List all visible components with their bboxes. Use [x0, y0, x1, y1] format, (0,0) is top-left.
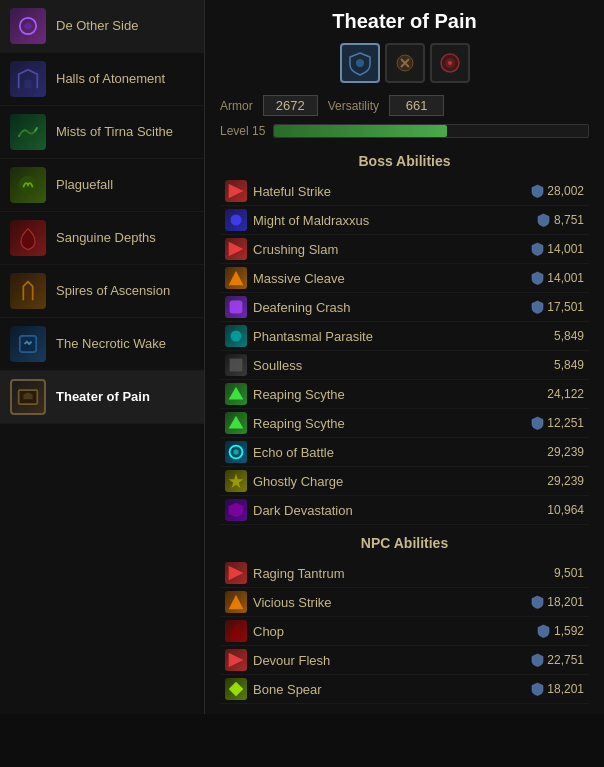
ability-row: Deafening Crash17,501: [220, 293, 589, 322]
armor-value: 2672: [263, 95, 318, 116]
ability-icon: [225, 649, 247, 671]
ability-icon: [225, 470, 247, 492]
ability-row: Reaping Scythe24,122: [220, 380, 589, 409]
ability-name: Massive Cleave: [253, 271, 524, 286]
shield-icon: [530, 184, 544, 198]
level-row: Level 15: [220, 124, 589, 138]
ability-name: Dark Devastation: [253, 503, 541, 518]
sidebar-item-sanguine[interactable]: Sanguine Depths: [0, 212, 204, 265]
boss-abilities-list: Hateful Strike28,002Might of Maldraxxus8…: [220, 177, 589, 525]
sidebar-icon-de-other-side: [10, 8, 46, 44]
ability-damage: 5,849: [554, 358, 584, 372]
armor-label: Armor: [220, 99, 253, 113]
ability-row: Phantasmal Parasite5,849: [220, 322, 589, 351]
ability-name: Deafening Crash: [253, 300, 524, 315]
shield-icon: [530, 300, 544, 314]
ability-icon: [225, 267, 247, 289]
svg-rect-17: [230, 359, 243, 372]
ability-icon: [225, 383, 247, 405]
ability-row: Bone Spear18,201: [220, 675, 589, 704]
ability-name: Phantasmal Parasite: [253, 329, 548, 344]
sidebar-label-de-other-side: De Other Side: [56, 18, 138, 35]
ability-damage-value: 12,251: [547, 416, 584, 430]
sidebar-label-plaguefall: Plaguefall: [56, 177, 113, 194]
sidebar-icon-halls: [10, 61, 46, 97]
ability-damage: 24,122: [547, 387, 584, 401]
ability-name: Reaping Scythe: [253, 387, 541, 402]
ability-name: Might of Maldraxxus: [253, 213, 531, 228]
progress-bar: [273, 124, 589, 138]
sidebar-item-mists[interactable]: Mists of Tirna Scithe: [0, 106, 204, 159]
ability-row: Crushing Slam14,001: [220, 235, 589, 264]
ability-name: Raging Tantrum: [253, 566, 548, 581]
sidebar-icon-theater: [10, 379, 46, 415]
npc-abilities-list: Raging Tantrum9,501Vicious Strike18,201C…: [220, 559, 589, 704]
tab-icon-3[interactable]: [430, 43, 470, 83]
ability-damage-value: 9,501: [554, 566, 584, 580]
sidebar-label-necrotic: The Necrotic Wake: [56, 336, 166, 353]
ability-icon: [225, 325, 247, 347]
ability-damage: 1,592: [537, 624, 584, 638]
ability-damage: 10,964: [547, 503, 584, 517]
npc-abilities-title: NPC Abilities: [220, 535, 589, 551]
sidebar-item-plaguefall[interactable]: Plaguefall: [0, 159, 204, 212]
ability-name: Devour Flesh: [253, 653, 524, 668]
ability-damage-value: 22,751: [547, 653, 584, 667]
tab-icon-1[interactable]: [340, 43, 380, 83]
ability-row: Echo of Battle29,239: [220, 438, 589, 467]
ability-damage: 12,251: [530, 416, 584, 430]
ability-damage: 22,751: [530, 653, 584, 667]
ability-icon: [225, 678, 247, 700]
sidebar-item-spires[interactable]: Spires of Ascension: [0, 265, 204, 318]
ability-row: Massive Cleave14,001: [220, 264, 589, 293]
shield-icon: [537, 213, 551, 227]
ability-damage-value: 5,849: [554, 358, 584, 372]
ability-name: Bone Spear: [253, 682, 524, 697]
ability-damage-value: 10,964: [547, 503, 584, 517]
ability-row: Chop1,592: [220, 617, 589, 646]
ability-damage-value: 14,001: [547, 242, 584, 256]
ability-icon: [225, 209, 247, 231]
level-label: Level 15: [220, 124, 265, 138]
ability-icon: [225, 620, 247, 642]
sidebar: De Other SideHalls of AtonementMists of …: [0, 0, 205, 714]
svg-point-19: [233, 449, 239, 455]
tab-icon-2[interactable]: [385, 43, 425, 83]
boss-abilities-title: Boss Abilities: [220, 153, 589, 169]
ability-name: Echo of Battle: [253, 445, 541, 460]
ability-damage-value: 14,001: [547, 271, 584, 285]
ability-name: Soulless: [253, 358, 548, 373]
ability-row: Raging Tantrum9,501: [220, 559, 589, 588]
svg-point-13: [448, 61, 452, 65]
sidebar-item-necrotic[interactable]: The Necrotic Wake: [0, 318, 204, 371]
stats-row: Armor 2672 Versatility 661: [220, 95, 589, 116]
ability-row: Soulless5,849: [220, 351, 589, 380]
sidebar-icon-necrotic: [10, 326, 46, 362]
tab-icons: [220, 43, 589, 83]
main-content: Theater of Pain: [205, 0, 604, 714]
sidebar-icon-mists: [10, 114, 46, 150]
sidebar-item-theater[interactable]: Theater of Pain: [0, 371, 204, 424]
ability-icon: [225, 238, 247, 260]
shield-icon: [530, 416, 544, 430]
sidebar-label-theater: Theater of Pain: [56, 389, 150, 406]
ability-damage: 18,201: [530, 682, 584, 696]
ability-row: Hateful Strike28,002: [220, 177, 589, 206]
sidebar-item-halls[interactable]: Halls of Atonement: [0, 53, 204, 106]
ability-row: Ghostly Charge29,239: [220, 467, 589, 496]
versatility-label: Versatility: [328, 99, 379, 113]
ability-damage-value: 17,501: [547, 300, 584, 314]
sidebar-icon-plaguefall: [10, 167, 46, 203]
ability-damage: 18,201: [530, 595, 584, 609]
ability-icon: [225, 499, 247, 521]
shield-icon: [530, 595, 544, 609]
ability-damage-value: 18,201: [547, 682, 584, 696]
ability-name: Crushing Slam: [253, 242, 524, 257]
ability-icon: [225, 412, 247, 434]
ability-row: Vicious Strike18,201: [220, 588, 589, 617]
ability-icon: [225, 591, 247, 613]
sidebar-item-de-other-side[interactable]: De Other Side: [0, 0, 204, 53]
ability-damage: 14,001: [530, 242, 584, 256]
ability-damage: 14,001: [530, 271, 584, 285]
ability-damage: 5,849: [554, 329, 584, 343]
